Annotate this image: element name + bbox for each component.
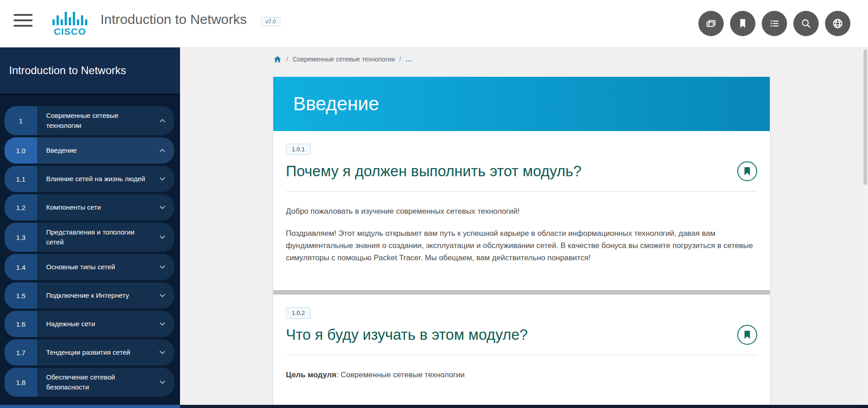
breadcrumb-ellipsis[interactable]: ... bbox=[406, 56, 413, 63]
bookmark-icon bbox=[744, 331, 751, 339]
breadcrumb-separator: / bbox=[399, 56, 401, 63]
section-number: 1.2 bbox=[5, 194, 37, 220]
section-label: Представления и топологии сетей bbox=[37, 223, 174, 252]
version-badge: v7.0 bbox=[261, 17, 280, 26]
bookmark-icon bbox=[736, 17, 749, 30]
sidebar-item-1-2[interactable]: 1.2 Компоненты сети bbox=[5, 194, 174, 220]
section-number: 1.7 bbox=[5, 339, 37, 366]
app-window: CISCO Introduction to Networks v7.0 bbox=[0, 0, 868, 408]
search-icon bbox=[800, 17, 812, 30]
section-number-chip: 1.0.2 bbox=[286, 307, 311, 319]
course-sidebar: Introduction to Networks 1 Современные с… bbox=[0, 47, 180, 408]
cisco-logo-text: CISCO bbox=[48, 26, 91, 37]
module-goal-text: : Современные сетевые технологии bbox=[337, 370, 465, 379]
section-number: 1.5 bbox=[5, 282, 37, 309]
sidebar-item-1-0[interactable]: 1.0 Введение bbox=[5, 137, 174, 164]
sidebar-item-1[interactable]: 1 Современные сетевые технологии bbox=[5, 106, 174, 135]
bottom-bar-accent bbox=[0, 405, 180, 408]
banner-title: Введение bbox=[293, 93, 379, 115]
scrollbar-thumb[interactable] bbox=[863, 49, 867, 185]
bottom-progress-bar bbox=[0, 405, 868, 408]
section-label: Подключение к Интернету bbox=[37, 282, 174, 309]
header-toolbar bbox=[698, 11, 850, 36]
sidebar-course-title: Introduction to Networks bbox=[9, 64, 126, 77]
bookmark-section-button[interactable] bbox=[737, 325, 757, 345]
table-of-contents-button[interactable] bbox=[762, 11, 787, 36]
pages-button[interactable] bbox=[698, 11, 724, 36]
content-card: 1.0.1 Почему я должен выполнить этот мод… bbox=[273, 131, 770, 405]
section-1-0-1: 1.0.1 Почему я должен выполнить этот мод… bbox=[273, 131, 770, 295]
cisco-logo-icon bbox=[48, 10, 91, 25]
chevron-down-icon bbox=[158, 263, 167, 272]
section-label: Основные типы сетей bbox=[37, 254, 174, 280]
chevron-down-icon bbox=[158, 291, 167, 300]
sidebar-item-1-5[interactable]: 1.5 Подключение к Интернету bbox=[5, 282, 174, 309]
section-label: Компоненты сети bbox=[37, 194, 174, 220]
breadcrumb-module-link[interactable]: Современные сетевые технологии bbox=[293, 56, 395, 63]
section-number: 1.3 bbox=[5, 223, 37, 252]
breadcrumb-separator: / bbox=[286, 56, 288, 63]
module-goal-label: Цель модуля bbox=[286, 370, 337, 379]
sidebar-item-1-7[interactable]: 1.7 Тенденции развития сетей bbox=[5, 339, 174, 366]
section-label: Современные сетевые технологии bbox=[37, 106, 174, 135]
paragraph: Добро пожаловать в изучение современных … bbox=[286, 205, 757, 217]
bookmarks-button[interactable] bbox=[730, 11, 755, 36]
section-number: 1.8 bbox=[5, 368, 37, 397]
module-banner: Введение bbox=[273, 77, 770, 131]
chevron-up-icon bbox=[158, 116, 167, 125]
sidebar-item-1-4[interactable]: 1.4 Основные типы сетей bbox=[5, 254, 174, 280]
sidebar-item-1-6[interactable]: 1.6 Надежные сети bbox=[5, 311, 174, 337]
sidebar-item-1-1[interactable]: 1.1 Влияние сетей на жизнь людей bbox=[5, 166, 174, 192]
search-button[interactable] bbox=[793, 11, 819, 36]
chevron-down-icon bbox=[158, 378, 167, 387]
cisco-logo: CISCO bbox=[48, 10, 91, 37]
chevron-down-icon bbox=[158, 174, 167, 183]
section-separator-bar bbox=[273, 290, 770, 295]
chevron-up-icon bbox=[158, 146, 167, 155]
sidebar-item-1-8[interactable]: 1.8 Обеспечение сетевой безопасности bbox=[5, 368, 174, 397]
section-label: Влияние сетей на жизнь людей bbox=[37, 166, 174, 192]
globe-icon bbox=[831, 17, 844, 30]
section-1-0-2: 1.0.2 Что я буду изучать в этом модуле? … bbox=[273, 295, 770, 381]
vertical-scrollbar[interactable] bbox=[863, 47, 868, 405]
heading-divider bbox=[286, 191, 757, 192]
heading-divider bbox=[286, 355, 757, 355]
section-label: Обеспечение сетевой безопасности bbox=[37, 368, 174, 397]
module-goal: Цель модуля: Современные сетевые техноло… bbox=[286, 369, 757, 381]
section-number: 1.6 bbox=[5, 311, 37, 337]
hamburger-menu-button[interactable] bbox=[14, 14, 34, 29]
paragraph: Поздравляем! Этот модуль открывает вам п… bbox=[286, 227, 757, 264]
bookmark-icon bbox=[744, 167, 751, 175]
breadcrumb: / Современные сетевые технологии / ... bbox=[273, 53, 412, 65]
section-number: 1.4 bbox=[5, 254, 37, 280]
chevron-down-icon bbox=[158, 203, 167, 212]
section-label: Введение bbox=[37, 137, 174, 164]
section-number: 1 bbox=[5, 106, 37, 135]
section-number-chip: 1.0.1 bbox=[286, 144, 311, 155]
section-number: 1.0 bbox=[5, 137, 37, 164]
bookmark-section-button[interactable] bbox=[737, 161, 757, 181]
section-heading: Что я буду изучать в этом модуле? bbox=[286, 326, 528, 343]
home-icon[interactable] bbox=[273, 55, 282, 64]
chevron-down-icon bbox=[158, 233, 167, 242]
list-icon bbox=[768, 17, 781, 30]
section-number: 1.1 bbox=[5, 166, 37, 192]
sidebar-header: Introduction to Networks bbox=[0, 47, 180, 95]
chevron-down-icon bbox=[158, 319, 167, 328]
language-button[interactable] bbox=[825, 11, 850, 36]
sidebar-item-1-3[interactable]: 1.3 Представления и топологии сетей bbox=[5, 223, 174, 252]
section-label: Надежные сети bbox=[37, 311, 174, 337]
section-label: Тенденции развития сетей bbox=[37, 339, 174, 366]
course-title: Introduction to Networks bbox=[100, 12, 247, 27]
pages-icon bbox=[705, 17, 717, 30]
sidebar-nav: 1 Современные сетевые технологии 1.0 Вве… bbox=[0, 95, 180, 397]
top-header: CISCO Introduction to Networks v7.0 bbox=[0, 0, 868, 47]
section-heading: Почему я должен выполнить этот модуль? bbox=[286, 163, 582, 180]
chevron-down-icon bbox=[158, 348, 167, 357]
